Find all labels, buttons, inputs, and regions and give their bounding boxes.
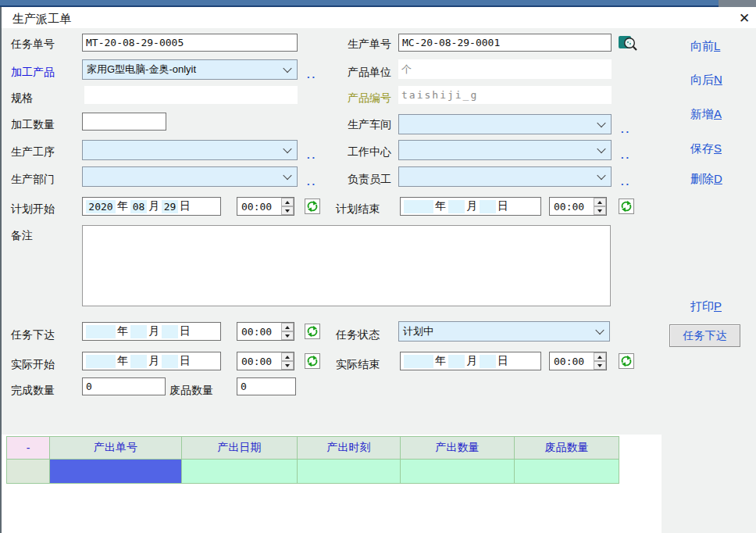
dept-lookup-button[interactable]: .. bbox=[307, 176, 317, 188]
date-year-segment bbox=[86, 325, 116, 338]
cell-output-date[interactable] bbox=[182, 460, 298, 484]
work-center-lookup-button[interactable]: .. bbox=[621, 149, 631, 161]
spin-down-button[interactable] bbox=[281, 361, 294, 370]
link-hotkey: A bbox=[714, 107, 722, 120]
nav-next-link[interactable]: 向后N bbox=[690, 73, 722, 88]
refresh-icon[interactable] bbox=[619, 199, 634, 214]
spin-down-button[interactable] bbox=[281, 206, 294, 215]
product-combobox[interactable]: 家用G型电脑-金奥-onlyit bbox=[82, 59, 298, 80]
time-value: 00:00 bbox=[550, 198, 594, 215]
spin-down-button[interactable] bbox=[281, 331, 294, 340]
date-unit-day: 日 bbox=[180, 199, 191, 213]
process-lookup-button[interactable]: .. bbox=[307, 149, 317, 161]
chevron-down-icon bbox=[283, 64, 291, 73]
process-combobox[interactable] bbox=[82, 140, 298, 160]
qty-input[interactable] bbox=[82, 113, 166, 131]
plan-start-date[interactable]: 2020 年 08 月 29 日 bbox=[82, 197, 221, 216]
actual-start-time[interactable]: 00:00 bbox=[237, 352, 294, 370]
link-hotkey: D bbox=[714, 172, 722, 185]
link-hotkey: S bbox=[714, 141, 722, 155]
plan-end-time[interactable]: 00:00 bbox=[549, 197, 607, 216]
link-text: 保存 bbox=[690, 141, 714, 155]
date-unit-year: 年 bbox=[435, 199, 446, 213]
scrap-qty-input[interactable] bbox=[237, 377, 296, 395]
add-link[interactable]: 新增A bbox=[690, 107, 722, 122]
date-unit-day: 日 bbox=[180, 324, 191, 338]
refresh-icon[interactable] bbox=[305, 353, 320, 369]
date-day-segment bbox=[162, 325, 178, 338]
spin-up-button[interactable] bbox=[281, 352, 294, 361]
date-unit-year: 年 bbox=[435, 354, 446, 368]
dialog-title: 生产派工单 bbox=[12, 12, 71, 27]
actual-end-date[interactable]: 年 月 日 bbox=[400, 352, 541, 370]
spec-field bbox=[84, 86, 298, 104]
issued-date[interactable]: 年 月 日 bbox=[82, 322, 221, 341]
unit-field: 个 bbox=[398, 59, 612, 79]
time-value: 00:00 bbox=[237, 323, 281, 340]
spin-up-button[interactable] bbox=[594, 352, 606, 361]
cell-output-qty[interactable] bbox=[401, 460, 515, 484]
refresh-icon[interactable] bbox=[619, 353, 634, 369]
time-spinner bbox=[594, 352, 606, 370]
search-icon[interactable] bbox=[618, 34, 638, 53]
staff-lookup-button[interactable]: .. bbox=[621, 176, 631, 188]
date-year-segment bbox=[404, 355, 433, 368]
staff-combobox[interactable] bbox=[398, 166, 612, 187]
issued-label: 任务下达 bbox=[11, 328, 55, 342]
spin-up-button[interactable] bbox=[281, 323, 294, 331]
date-day-segment bbox=[162, 355, 178, 368]
delete-link[interactable]: 删除D bbox=[690, 172, 722, 187]
refresh-icon[interactable] bbox=[305, 324, 320, 339]
spec-label: 规格 bbox=[11, 91, 33, 106]
date-year-segment bbox=[404, 200, 433, 213]
spin-up-button[interactable] bbox=[594, 198, 606, 206]
qty-label: 加工数量 bbox=[11, 118, 55, 132]
work-center-combobox[interactable] bbox=[398, 140, 612, 160]
spin-up-button[interactable] bbox=[281, 198, 294, 206]
status-combobox[interactable]: 计划中 bbox=[398, 321, 610, 342]
spin-down-button[interactable] bbox=[594, 206, 606, 215]
cell-scrap-qty[interactable] bbox=[515, 460, 619, 484]
refresh-icon[interactable] bbox=[305, 199, 320, 214]
dept-label: 生产部门 bbox=[11, 173, 55, 187]
link-text: 删除 bbox=[690, 172, 714, 185]
product-label: 加工产品 bbox=[11, 66, 55, 80]
bottom-right-panel bbox=[662, 435, 756, 533]
issued-time[interactable]: 00:00 bbox=[237, 322, 294, 341]
header-output-date: 产出日期 bbox=[182, 437, 298, 460]
row-selector-cell[interactable] bbox=[7, 460, 50, 484]
date-month-segment bbox=[130, 325, 147, 338]
note-textarea[interactable] bbox=[82, 225, 611, 306]
prod-no-input[interactable] bbox=[398, 34, 612, 52]
done-qty-label: 完成数量 bbox=[11, 384, 55, 398]
time-spinner bbox=[281, 198, 294, 215]
process-label: 生产工序 bbox=[11, 145, 55, 159]
plan-end-label: 计划结束 bbox=[336, 202, 380, 216]
issue-task-button[interactable]: 任务下达 bbox=[669, 324, 740, 347]
save-link[interactable]: 保存S bbox=[690, 141, 722, 156]
time-value: 00:00 bbox=[237, 352, 281, 370]
actual-start-date[interactable]: 年 月 日 bbox=[82, 352, 221, 370]
nav-previous-link[interactable]: 向前L bbox=[690, 39, 720, 54]
actual-end-time[interactable]: 00:00 bbox=[549, 352, 607, 370]
staff-label: 负责员工 bbox=[348, 173, 391, 187]
dept-combobox[interactable] bbox=[82, 166, 298, 187]
production-dispatch-dialog: 生产派工单 ✕ 任务单号 生产单号 加工产品 家用G型电脑-金奥-onlyit … bbox=[0, 0, 756, 533]
workshop-lookup-button[interactable]: .. bbox=[621, 123, 631, 135]
print-link[interactable]: 打印P bbox=[690, 299, 722, 314]
header-scrap-qty: 废品数量 bbox=[515, 437, 619, 460]
plan-start-time[interactable]: 00:00 bbox=[237, 197, 294, 216]
date-unit-year: 年 bbox=[117, 199, 128, 213]
workshop-combobox[interactable] bbox=[398, 114, 612, 134]
window-top-strip-corner bbox=[719, 0, 756, 7]
time-spinner bbox=[281, 352, 294, 370]
task-no-input[interactable] bbox=[82, 34, 298, 52]
done-qty-input[interactable] bbox=[82, 377, 166, 395]
cell-output-time[interactable] bbox=[298, 460, 401, 484]
cell-output-order-no-selected[interactable] bbox=[50, 460, 182, 484]
close-icon[interactable]: ✕ bbox=[735, 9, 754, 27]
chevron-down-icon bbox=[597, 145, 605, 153]
spin-down-button[interactable] bbox=[594, 361, 606, 370]
plan-end-date[interactable]: 年 月 日 bbox=[400, 197, 541, 216]
product-lookup-button[interactable]: .. bbox=[307, 69, 317, 80]
